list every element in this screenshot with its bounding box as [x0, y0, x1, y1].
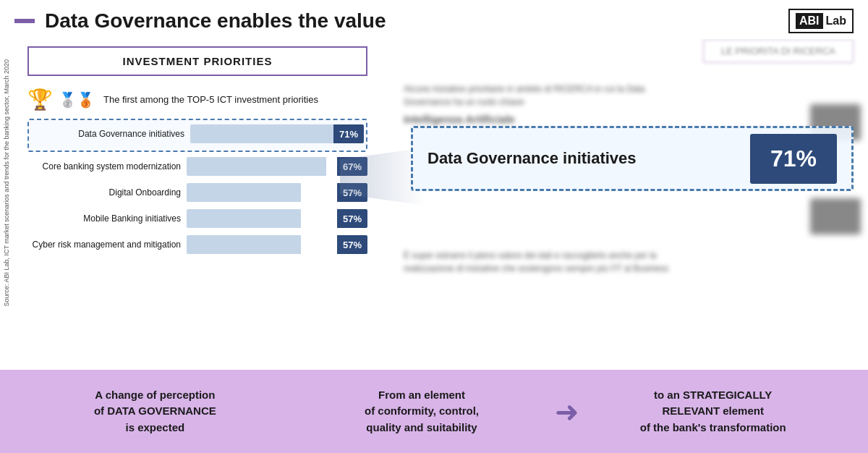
left-panel: INVESTMENT PRIORITIES 🏆 🥈🥉 The first amo… — [13, 39, 389, 394]
bar-chart: Data Governance initiatives 71% Core ban… — [13, 119, 382, 256]
bar-container-4: 57% — [187, 209, 367, 228]
bar-container-1: 71% — [190, 124, 364, 143]
footer-text-3: to an STRATEGICALLYRELEVANT elementof th… — [594, 387, 832, 436]
blurred-text-1: Alcune iniziative prioritarie in ambito … — [404, 82, 678, 109]
bar-fill-light-4 — [187, 209, 301, 228]
logo-abi-text: ABI — [796, 13, 823, 29]
bar-value-4: 57% — [337, 209, 367, 228]
dg-highlight-percent: 71% — [750, 134, 837, 184]
investment-priorities-header: INVESTMENT PRIORITIES — [27, 46, 367, 76]
source-label: Source: ABI Lab, ICT market scenarios an… — [0, 54, 13, 313]
bar-container-5: 57% — [187, 235, 367, 254]
thumbnail-2 — [810, 198, 861, 234]
table-row: Mobile Banking initiatives 57% — [27, 207, 367, 230]
dg-highlight-box: Data Governance initiatives 71% — [411, 126, 854, 191]
page-title: Data Governance enables the value — [45, 9, 788, 33]
bar-label-5: Cyber risk management and mitigation — [27, 240, 187, 250]
abi-lab-logo: ABI Lab — [788, 9, 854, 33]
footer-col-3: to an STRATEGICALLYRELEVANT elementof th… — [579, 387, 846, 436]
table-row: Core banking system modernization 67% — [27, 155, 367, 178]
footer-text-2: From an elementof conformity, control,qu… — [303, 387, 541, 436]
bar-fill-light-3 — [187, 183, 301, 202]
footer-col-2: From an elementof conformity, control,qu… — [289, 387, 556, 436]
trophy-icon: 🏆 — [27, 88, 53, 111]
footer-text-1: A change of perceptionof DATA GOVERNANCE… — [36, 387, 274, 436]
top5-row: 🏆 🥈🥉 The first among the TOP-5 ICT inves… — [13, 88, 382, 119]
top5-text: The first among the TOP-5 ICT investment… — [103, 94, 318, 105]
podium-icon: 🥈🥉 — [59, 91, 95, 109]
table-row: Digital Onboarding 57% — [27, 181, 367, 204]
bar-label-1: Data Governance initiatives — [31, 129, 190, 139]
right-panel: LE PRIORITA DI RICERCA Alcune iniziative… — [389, 39, 868, 394]
arrow-icon: ➜ — [555, 395, 579, 428]
footer: A change of perceptionof DATA GOVERNANCE… — [0, 370, 868, 453]
accent-bar — [14, 19, 35, 23]
bar-label-2: Core banking system modernization — [27, 161, 187, 172]
bar-value-1: 71% — [333, 124, 364, 143]
bar-fill-light-5 — [187, 235, 301, 254]
blurred-text-2: È super estrarre il pieno valore dei dat… — [404, 249, 707, 275]
page-header: Data Governance enables the value ABI La… — [0, 0, 868, 39]
bar-value-5: 57% — [337, 235, 367, 254]
research-header: LE PRIORITA DI RICERCA — [703, 39, 854, 63]
bar-label-3: Digital Onboarding — [27, 187, 187, 198]
bar-fill-light-2 — [187, 157, 326, 176]
table-row: Data Governance initiatives 71% — [31, 122, 364, 145]
dg-highlight-title: Data Governance initiatives — [427, 149, 637, 168]
bar-label-4: Mobile Banking initiatives — [27, 213, 187, 224]
bar-fill-light-1 — [190, 124, 333, 143]
logo-lab-text: Lab — [826, 14, 846, 27]
highlighted-bar-wrapper: Data Governance initiatives 71% — [27, 119, 367, 152]
table-row: Cyber risk management and mitigation 57% — [27, 233, 367, 256]
footer-col-1: A change of perceptionof DATA GOVERNANCE… — [22, 387, 289, 436]
main-content: Source: ABI Lab, ICT market scenarios an… — [0, 39, 868, 394]
